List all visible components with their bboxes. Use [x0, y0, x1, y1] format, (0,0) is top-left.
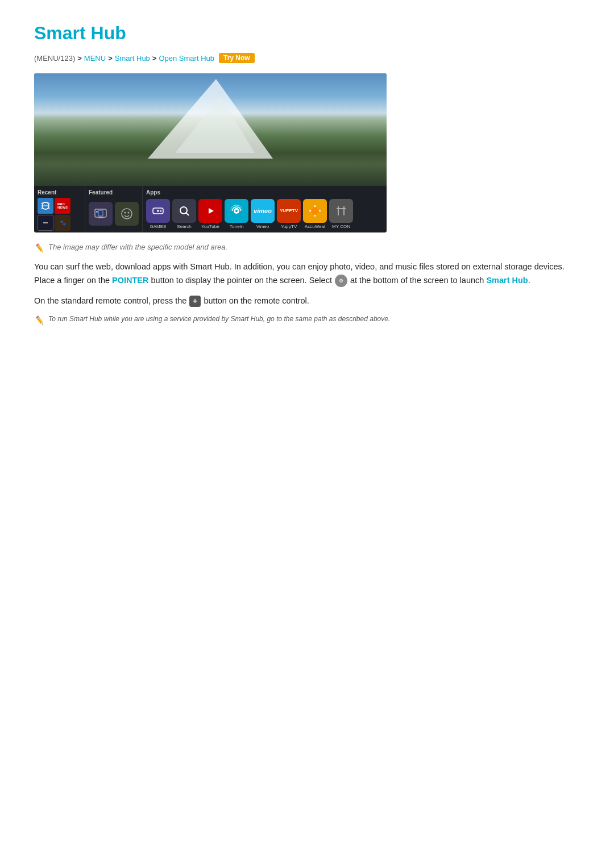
bc-open-smarthub: Open Smart Hub [159, 54, 214, 63]
note2-pre: To run [48, 315, 68, 323]
note-row-2: ✏️ To run Smart Hub while you are using … [34, 315, 580, 325]
svg-point-7 [125, 211, 126, 213]
body1d-text: . [528, 276, 530, 285]
breadcrumb: (MENU/123) > MENU > Smart Hub > Open Sma… [34, 53, 580, 63]
featured-label: Featured [89, 188, 139, 198]
hub-app-accuweather[interactable]: AccuWeat [303, 199, 327, 229]
body1c-text: at the bottom of the screen to launch [350, 276, 484, 285]
hub-app-games[interactable]: GAMES [146, 199, 170, 229]
mycon-label: MY CON [332, 224, 350, 229]
hub-section-recent: Recent BBCNEWS 🐾 [34, 186, 85, 232]
recent-grid: BBCNEWS 🐾 [38, 198, 70, 231]
note-text-1: The image may differ with the specific m… [48, 243, 227, 251]
hub-app-mycon[interactable]: MY CON [329, 199, 353, 229]
recent-icon-2[interactable]: BBCNEWS [55, 198, 70, 214]
try-now-button[interactable]: Try Now [219, 53, 255, 63]
body-paragraph-1: You can surf the web, download apps with… [34, 260, 580, 288]
note-row-1: ✏️ The image may differ with the specifi… [34, 243, 580, 252]
svg-point-19 [235, 210, 238, 212]
smart-hub-screenshot: Recent BBCNEWS 🐾 [34, 73, 387, 232]
page-title: Smart Hub [34, 23, 580, 44]
note2-post: while you are using a service provided b… [104, 315, 391, 323]
tunein-label: TuneIn [230, 224, 244, 229]
recent-icon-3[interactable] [38, 215, 53, 231]
recent-icons: BBCNEWS 🐾 [38, 198, 81, 231]
hub-section-apps: Apps GAMES [143, 186, 387, 232]
body-paragraph-2: On the standard remote control, press th… [34, 294, 580, 308]
svg-rect-3 [98, 217, 103, 218]
svg-point-12 [160, 210, 161, 211]
bc-menu: MENU [84, 54, 106, 63]
mountain-background [34, 73, 387, 187]
bc-sep3: > [152, 54, 157, 63]
apps-icons: GAMES Search [146, 198, 383, 230]
svg-rect-1 [43, 222, 48, 223]
svg-rect-4 [98, 210, 103, 216]
recent-icon-4[interactable]: 🐾 [55, 215, 70, 231]
hub-app-vimeo[interactable]: vimeo Vimeo [251, 199, 275, 229]
smarthub-bottom-icon: ⚙ [335, 275, 347, 287]
bc-smarthub: Smart Hub [115, 54, 150, 63]
recent-icon-1[interactable] [38, 198, 53, 214]
pencil-icon-1: ✏️ [34, 243, 44, 252]
note-2-content: To run Smart Hub while you are using a s… [48, 315, 390, 323]
hub-app-featured1[interactable] [89, 202, 113, 227]
remote-button-icon: ❖ [189, 296, 201, 307]
smarthub-highlight-2: Smart Hub [69, 315, 102, 323]
pointer-highlight: POINTER [112, 276, 148, 285]
hub-app-featured2[interactable] [115, 202, 139, 227]
body2-pre-text: On the standard remote control, press th… [34, 296, 186, 305]
hub-bar: Recent BBCNEWS 🐾 [34, 186, 387, 232]
vimeo-label: Vimeo [256, 224, 269, 229]
svg-point-13 [160, 211, 161, 212]
yupptv-label: YuppTV [281, 224, 297, 229]
body1b-text: button to display the pointer on the scr… [151, 276, 332, 285]
recent-label: Recent [38, 188, 81, 198]
svg-point-14 [180, 207, 187, 214]
youtube-label: YouTube [201, 224, 219, 229]
body2-post-text: button on the remote control. [204, 296, 309, 305]
svg-point-6 [122, 209, 132, 219]
hub-app-tunein[interactable]: TuneIn [225, 199, 248, 229]
featured-icons [89, 198, 139, 230]
bc-sep1: > [77, 54, 82, 63]
svg-line-15 [186, 213, 189, 216]
bc-menu123: (MENU/123) [34, 54, 75, 63]
bc-sep2: > [108, 54, 113, 63]
svg-point-20 [312, 207, 318, 214]
smarthub-highlight-1: Smart Hub [486, 276, 528, 285]
hub-section-featured: Featured [85, 186, 143, 232]
hub-app-yupptv[interactable]: YUPPTV YuppTV [277, 199, 301, 229]
hub-app-search[interactable]: Search [172, 199, 196, 229]
apps-label: Apps [146, 188, 383, 198]
svg-point-8 [128, 211, 130, 213]
hub-app-youtube[interactable]: YouTube [198, 199, 222, 229]
accuweather-label: AccuWeat [305, 224, 325, 229]
svg-rect-5 [96, 211, 98, 213]
search-label: Search [177, 224, 191, 229]
pencil-icon-2: ✏️ [34, 315, 44, 325]
games-label: GAMES [150, 224, 167, 229]
